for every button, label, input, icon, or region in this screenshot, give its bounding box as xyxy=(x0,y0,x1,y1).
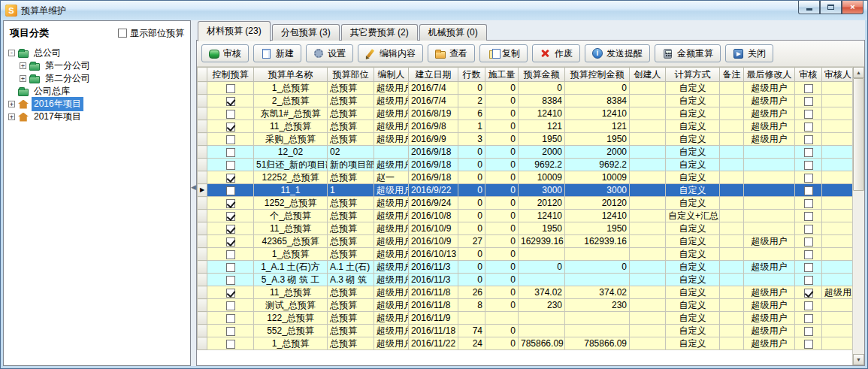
audit-checkbox[interactable] xyxy=(804,84,813,93)
audit-checkbox[interactable] xyxy=(804,199,813,208)
row-indicator[interactable] xyxy=(198,286,207,299)
column-header-7[interactable]: 预算金额 xyxy=(519,68,565,82)
table-row[interactable]: ▶11_11超级用户2016/9/220030003000自定义 xyxy=(198,184,853,197)
tab-1[interactable]: 分包预算 (3) xyxy=(272,24,340,41)
audit-cell[interactable] xyxy=(795,95,822,107)
column-header-4[interactable]: 建立日期 xyxy=(409,68,458,82)
table-row[interactable]: 552_总预算总预算超级用户2016/11/18740自定义超级用户 xyxy=(198,325,853,337)
column-header-11[interactable]: 备注 xyxy=(720,68,744,82)
control-checkbox[interactable] xyxy=(226,110,235,119)
scroll-up-icon[interactable]: ▲ xyxy=(853,67,864,78)
row-indicator[interactable] xyxy=(198,210,207,222)
close-window-button[interactable]: × xyxy=(842,1,863,14)
audit-checkbox[interactable] xyxy=(804,212,813,221)
control-checkbox[interactable] xyxy=(226,250,235,259)
expand-icon[interactable]: + xyxy=(8,101,15,107)
audit-checkbox[interactable] xyxy=(804,237,813,247)
row-indicator[interactable] xyxy=(198,159,207,171)
table-row[interactable]: 2_总预算总预算超级用户2016/7/42083848384自定义超级用户 xyxy=(198,95,853,107)
row-indicator[interactable] xyxy=(198,325,207,337)
table-row[interactable]: 东凯1#_总预算总预算超级用户2016/8/19601241012410自定义超… xyxy=(198,107,853,120)
toolbar-button-5[interactable]: 复制 xyxy=(479,44,528,62)
audit-cell[interactable] xyxy=(795,248,822,261)
table-row[interactable]: 1_总预算总预算超级用户2016/11/22240785866.09785866… xyxy=(198,337,853,350)
control-checkbox[interactable] xyxy=(226,135,235,144)
control-checkbox[interactable] xyxy=(226,212,235,221)
column-header-14[interactable]: 审核人 xyxy=(822,68,853,82)
row-indicator[interactable] xyxy=(198,337,207,350)
audit-checkbox[interactable] xyxy=(804,174,813,183)
column-header-0[interactable]: 控制预算 xyxy=(207,68,254,82)
table-row[interactable]: 5_A.3 砌 筑 工A.3 砌 筑超级用户2016/11/300自定义 xyxy=(198,274,853,286)
control-cell[interactable] xyxy=(207,299,254,312)
audit-cell[interactable] xyxy=(795,107,822,120)
audit-cell[interactable] xyxy=(795,210,822,222)
table-row[interactable]: 12252_总预算总预算赵一2016/9/18001000910009自定义 xyxy=(198,171,853,184)
row-indicator[interactable] xyxy=(198,235,207,248)
control-cell[interactable] xyxy=(207,133,254,146)
tab-2[interactable]: 其它费预算 (2) xyxy=(341,24,418,41)
table-row[interactable]: 122_总预算总预算超级用户2016/11/9自定义超级用户 xyxy=(198,312,853,325)
tree-item-3[interactable]: 公司总库 xyxy=(5,85,189,98)
control-cell[interactable] xyxy=(207,95,254,107)
tree-item-5[interactable]: +2017年项目 xyxy=(5,110,189,123)
audit-cell[interactable] xyxy=(795,337,822,350)
control-cell[interactable] xyxy=(207,235,254,248)
table-row[interactable]: 采购_总预算总预算超级用户2016/9/93019501950自定义超级用户 xyxy=(198,133,853,146)
table-row[interactable]: 11_总预算总预算超级用户2016/9/810121121自定义超级用户 xyxy=(198,120,853,133)
control-checkbox[interactable] xyxy=(226,161,235,170)
control-cell[interactable] xyxy=(207,184,254,197)
control-checkbox[interactable] xyxy=(226,122,235,132)
toolbar-button-8[interactable]: 金额重算 xyxy=(655,44,721,62)
audit-checkbox[interactable] xyxy=(804,340,813,349)
control-cell[interactable] xyxy=(207,197,254,210)
audit-checkbox[interactable] xyxy=(804,276,813,285)
row-indicator[interactable]: ▶ xyxy=(198,184,207,197)
audit-cell[interactable] xyxy=(795,82,822,95)
row-indicator[interactable] xyxy=(198,222,207,235)
table-row[interactable]: 12_02022016/9/180020002000自定义 xyxy=(198,146,853,159)
toolbar-button-2[interactable]: 设置 xyxy=(306,44,353,62)
toolbar-button-9[interactable]: 关闭 xyxy=(725,44,773,62)
control-checkbox[interactable] xyxy=(226,237,235,247)
row-indicator[interactable] xyxy=(198,133,207,146)
row-indicator[interactable] xyxy=(198,261,207,274)
control-checkbox[interactable] xyxy=(226,263,235,272)
control-checkbox[interactable] xyxy=(226,276,235,285)
control-checkbox[interactable] xyxy=(226,84,235,93)
audit-checkbox[interactable] xyxy=(804,314,813,323)
column-header-6[interactable]: 施工量 xyxy=(485,68,519,82)
row-indicator[interactable] xyxy=(198,120,207,133)
audit-cell[interactable] xyxy=(795,120,822,133)
control-checkbox[interactable] xyxy=(226,225,235,234)
table-row[interactable]: 测试_总预算总预算超级用户2016/11/880230230自定义超级用户 xyxy=(198,299,853,312)
scroll-down-icon[interactable]: ▼ xyxy=(853,354,864,365)
row-indicator[interactable] xyxy=(198,197,207,210)
audit-cell[interactable] xyxy=(795,197,822,210)
audit-cell[interactable] xyxy=(795,299,822,312)
table-row[interactable]: 11_总预算总预算超级用户2016/10/90019501950自定义 xyxy=(198,222,853,235)
control-cell[interactable] xyxy=(207,146,254,159)
row-indicator[interactable] xyxy=(198,248,207,261)
tree-item-0[interactable]: -总公司 xyxy=(5,47,189,59)
audit-cell[interactable] xyxy=(795,222,822,235)
scrollbar-track[interactable] xyxy=(853,191,864,354)
audit-cell[interactable] xyxy=(795,171,822,184)
control-checkbox[interactable] xyxy=(226,301,235,310)
audit-checkbox[interactable] xyxy=(804,110,813,119)
audit-cell[interactable] xyxy=(795,261,822,274)
row-indicator[interactable] xyxy=(198,312,207,325)
control-checkbox[interactable] xyxy=(226,148,235,157)
audit-checkbox[interactable] xyxy=(804,122,813,132)
show-position-budget-checkbox[interactable]: 显示部位预算 xyxy=(118,27,184,40)
control-cell[interactable] xyxy=(207,159,254,171)
maximize-button[interactable] xyxy=(820,1,842,14)
checkbox-box[interactable] xyxy=(118,29,127,38)
expand-icon[interactable]: + xyxy=(8,113,15,120)
control-cell[interactable] xyxy=(207,286,254,299)
row-indicator[interactable] xyxy=(198,299,207,312)
table-row[interactable]: 11_总预算总预算超级用户2016/11/8260374.02374.02自定义… xyxy=(198,286,853,299)
audit-cell[interactable] xyxy=(795,274,822,286)
control-cell[interactable] xyxy=(207,120,254,133)
row-indicator[interactable] xyxy=(198,95,207,107)
